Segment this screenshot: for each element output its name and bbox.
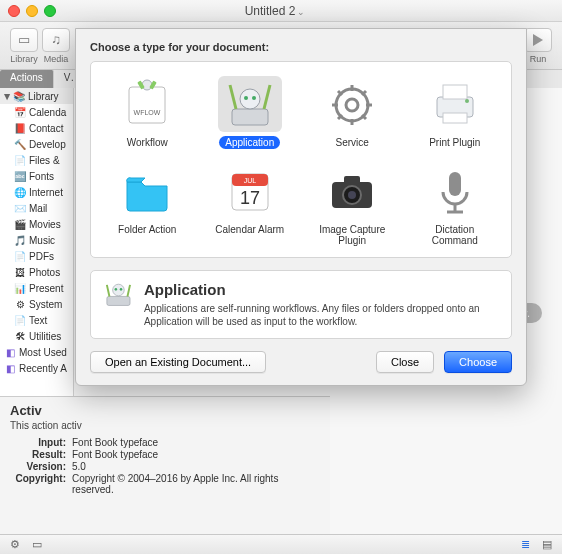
category-icon: 🛠 <box>14 330 26 342</box>
svg-text:17: 17 <box>240 188 260 208</box>
sidebar-item[interactable]: 📄Text <box>0 312 73 328</box>
type-dictation-command[interactable]: Dictation Command <box>407 163 504 247</box>
svg-point-36 <box>115 288 118 291</box>
folder-action-icon <box>115 163 179 219</box>
category-icon: 🎬 <box>14 218 26 230</box>
tab-actions[interactable]: Actions <box>0 70 54 88</box>
sidebar-item[interactable]: 🔤Fonts <box>0 168 73 184</box>
sidebar-item-label: Present <box>29 283 63 294</box>
category-icon: 🌐 <box>14 186 26 198</box>
sidebar-item[interactable]: 📄Files & <box>0 152 73 168</box>
workflow-view-icon[interactable]: ▭ <box>30 538 44 552</box>
media-label: Media <box>44 54 69 64</box>
type-application[interactable]: Application <box>202 76 299 149</box>
media-button[interactable]: ♫ Media <box>42 28 70 64</box>
titlebar: Untitled 2⌄ <box>0 0 562 22</box>
type-calendar-alarm[interactable]: JUL17Calendar Alarm <box>202 163 299 247</box>
sidebar-item-label: Files & <box>29 155 60 166</box>
application-icon <box>218 76 282 132</box>
sidebar-group-label: Library <box>28 91 59 102</box>
sheet-prompt: Choose a type for your document: <box>90 41 512 53</box>
sidebar-item[interactable]: 🔨Develop <box>0 136 73 152</box>
library-button[interactable]: ▭ Library <box>10 28 38 64</box>
run-label: Run <box>530 54 547 64</box>
window-title[interactable]: Untitled 2⌄ <box>56 4 494 18</box>
sidebar-item-label: Calenda <box>29 107 66 118</box>
category-icon: 📄 <box>14 314 26 326</box>
svg-text:WFLOW: WFLOW <box>134 109 161 116</box>
flow-view-icon[interactable]: ▤ <box>540 538 554 552</box>
sidebar-item[interactable]: 🛠Utilities <box>0 328 73 344</box>
sidebar-item-label: Develop <box>29 139 66 150</box>
svg-rect-5 <box>232 109 268 125</box>
status-bar: ⚙ ▭ ≣ ▤ <box>0 534 562 554</box>
media-icon: ♫ <box>42 28 70 52</box>
choose-button[interactable]: Choose <box>444 351 512 373</box>
list-view-icon[interactable]: ≣ <box>518 538 532 552</box>
sidebar-recently-added[interactable]: ◧ Recently A <box>0 360 73 376</box>
type-service[interactable]: Service <box>304 76 401 149</box>
type-label: Image Capture Plugin <box>304 223 401 247</box>
category-icon: 🎵 <box>14 234 26 246</box>
document-type-sheet: Choose a type for your document: WFLOWWo… <box>75 28 527 386</box>
sidebar-item[interactable]: 🎬Movies <box>0 216 73 232</box>
sidebar-item[interactable]: 📊Present <box>0 280 73 296</box>
sidebar-item[interactable]: 🌐Internet <box>0 184 73 200</box>
type-folder-action[interactable]: Folder Action <box>99 163 196 247</box>
workflow-icon: WFLOW <box>115 76 179 132</box>
sidebar-item-label: PDFs <box>29 251 54 262</box>
info-version-value: 5.0 <box>72 461 320 472</box>
gear-icon[interactable]: ⚙ <box>8 538 22 552</box>
close-window-button[interactable] <box>8 5 20 17</box>
sidebar-item-label: Text <box>29 315 47 326</box>
open-existing-button[interactable]: Open an Existing Document... <box>90 351 266 373</box>
type-workflow[interactable]: WFLOWWorkflow <box>99 76 196 149</box>
sidebar-group-library[interactable]: ▶ 📚 Library <box>0 88 73 104</box>
run-button[interactable]: Run <box>524 28 552 64</box>
title-dropdown-icon: ⌄ <box>297 7 305 17</box>
category-icon: 🔨 <box>14 138 26 150</box>
type-label: Service <box>330 136 375 149</box>
automator-app-icon <box>103 281 134 323</box>
svg-rect-28 <box>344 176 360 184</box>
action-info-panel: Activ This action activ Input:Font Book … <box>0 396 330 554</box>
minimize-window-button[interactable] <box>26 5 38 17</box>
close-button[interactable]: Close <box>376 351 434 373</box>
category-icon: 🔤 <box>14 170 26 182</box>
category-icon: 📄 <box>14 154 26 166</box>
category-icon: ✉️ <box>14 202 26 214</box>
sidebar-item[interactable]: ✉️Mail <box>0 200 73 216</box>
type-label: Print Plugin <box>423 136 486 149</box>
type-label: Folder Action <box>112 223 182 236</box>
document-type-grid: WFLOWWorkflowApplicationServicePrint Plu… <box>90 61 512 258</box>
sidebar-most-used[interactable]: ◧ Most Used <box>0 344 73 360</box>
smart-folder-icon: ◧ <box>4 362 16 374</box>
type-title: Application <box>144 281 499 298</box>
type-label: Workflow <box>121 136 174 149</box>
zoom-window-button[interactable] <box>44 5 56 17</box>
svg-point-22 <box>465 99 469 103</box>
category-icon: 📊 <box>14 282 26 294</box>
sidebar-item[interactable]: ⚙System <box>0 296 73 312</box>
svg-point-7 <box>244 96 248 100</box>
type-description: Applications are self-running workflows.… <box>144 302 499 328</box>
type-print-plugin[interactable]: Print Plugin <box>407 76 504 149</box>
sidebar-item[interactable]: 🎵Music <box>0 232 73 248</box>
sidebar-item[interactable]: 📅Calenda <box>0 104 73 120</box>
sidebar-item-label: Mail <box>29 203 47 214</box>
category-icon: 📅 <box>14 106 26 118</box>
svg-point-8 <box>252 96 256 100</box>
svg-rect-31 <box>449 172 461 196</box>
svg-point-18 <box>346 99 358 111</box>
sidebar-most-used-label: Most Used <box>19 347 67 358</box>
sidebar-item[interactable]: 📕Contact <box>0 120 73 136</box>
info-input-value: Font Book typeface <box>72 437 320 448</box>
run-icon <box>524 28 552 52</box>
sidebar-item[interactable]: 🖼Photos <box>0 264 73 280</box>
type-image-capture-plugin[interactable]: Image Capture Plugin <box>304 163 401 247</box>
sidebar-item-label: Utilities <box>29 331 61 342</box>
info-version-key: Version: <box>10 461 66 472</box>
sidebar-item-label: Music <box>29 235 55 246</box>
sidebar-item[interactable]: 📄PDFs <box>0 248 73 264</box>
library-label: Library <box>10 54 38 64</box>
